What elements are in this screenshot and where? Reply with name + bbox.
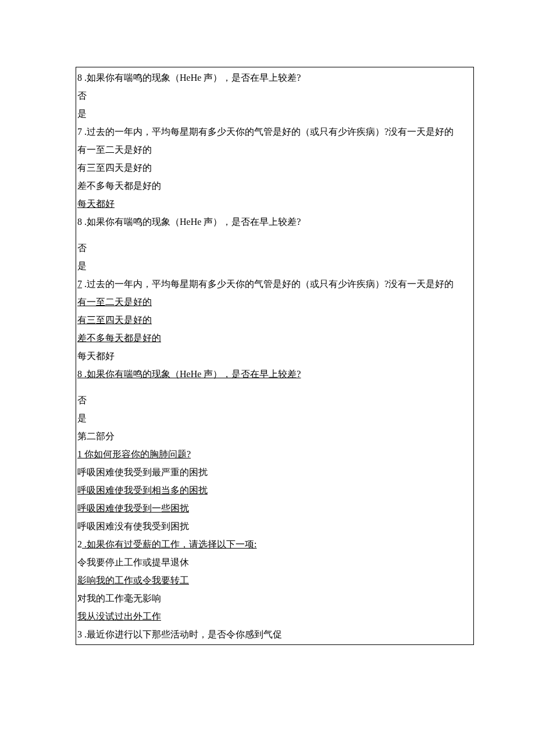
underlined-text: 有一至二天是好的 (77, 297, 152, 307)
option-yes: 是 (77, 409, 472, 427)
underlined-text: 每天都好 (77, 199, 115, 209)
option-3-4-days: 有三至四天是好的 (77, 159, 472, 177)
underlined-text: 1 你如何形容你的胸肺问题? (77, 449, 191, 459)
option-never-worked: 我从没试过出外工作 (77, 607, 472, 625)
q-number: 8 (77, 69, 82, 87)
q-number: 8 (77, 365, 82, 383)
option-yes: 是 (77, 257, 472, 275)
q-text: .如果你有喘鸣的现象（HeHe 声），是否在早上较差? (82, 73, 301, 83)
option-3-4-days: 有三至四天是好的 (77, 311, 472, 329)
underlined-text: 呼吸困难使我受到一些困扰 (77, 503, 189, 513)
q-text: .如果你有喘鸣的现象（HeHe 声），是否在早上较差? (82, 217, 301, 227)
option-stop-work: 令我要停止工作或提早退休 (77, 553, 472, 571)
option-yes: 是 (77, 105, 472, 123)
document-page: 8 .如果你有喘鸣的现象（HeHe 声），是否在早上较差? 否 是 7 .过去的… (0, 0, 535, 756)
underlined-text: 呼吸困难使我受到相当多的困扰 (77, 485, 208, 495)
question-8b: 8 .如果你有喘鸣的现象（HeHe 声），是否在早上较差? (77, 213, 472, 231)
section-2-header: 第二部分 (77, 427, 472, 445)
underlined-text: 我从没试过出外工作 (77, 611, 161, 621)
question-8c: 8 .如果你有喘鸣的现象（HeHe 声），是否在早上较差? (77, 365, 472, 383)
option-almost-every: 差不多每天都是好的 (77, 177, 472, 195)
question-1: 1 你如何形容你的胸肺问题? (77, 445, 472, 463)
underlined-text: 差不多每天都是好的 (77, 333, 161, 343)
option-every-day: 每天都好 (77, 347, 472, 365)
spacer (77, 383, 472, 391)
option-some: 呼吸困难使我受到一些困扰 (77, 499, 472, 517)
option-none: 呼吸困难没有使我受到困扰 (77, 517, 472, 535)
q-number: 3 (77, 625, 82, 643)
option-no-effect: 对我的工作毫无影响 (77, 589, 472, 607)
option-1-2-days: 有一至二天是好的 (77, 141, 472, 159)
question-3: 3 .最近你进行以下那些活动时，是否令你感到气促 (77, 625, 472, 643)
option-every-day: 每天都好 (77, 195, 472, 213)
question-7a: 7 .过去的一年内，平均每星期有多少天你的气管是好的（或只有少许疾病）?没有一天… (77, 123, 472, 141)
q-text: .如果你有喘鸣的现象（HeHe 声），是否在早上较差? (82, 369, 301, 379)
q-number: 7 (77, 275, 82, 293)
option-no: 否 (77, 391, 472, 409)
question-7b: 7 .过去的一年内，平均每星期有多少天你的气管是好的（或只有少许疾病）?没有一天… (77, 275, 472, 293)
q-text: .过去的一年内，平均每星期有多少天你的气管是好的（或只有少许疾病）?没有一天是好… (82, 127, 454, 137)
content-box: 8 .如果你有喘鸣的现象（HeHe 声），是否在早上较差? 否 是 7 .过去的… (76, 67, 474, 645)
question-8a: 8 .如果你有喘鸣的现象（HeHe 声），是否在早上较差? (77, 69, 472, 87)
underlined-text: 有三至四天是好的 (77, 315, 152, 325)
option-1-2-days: 有一至二天是好的 (77, 293, 472, 311)
q-number: 8 (77, 213, 82, 231)
q-text: .过去的一年内，平均每星期有多少天你的气管是好的（或只有少许疾病）?没有一天是好… (82, 279, 454, 289)
q-text: .如果你有过受薪的工作，请选择以下一项: (82, 539, 256, 549)
option-no: 否 (77, 239, 472, 257)
option-no: 否 (77, 87, 472, 105)
question-2: 2 .如果你有过受薪的工作，请选择以下一项: (77, 535, 472, 553)
spacer (77, 231, 472, 239)
underlined-text: 影响我的工作或令我要转工 (77, 575, 189, 585)
option-affect-work: 影响我的工作或令我要转工 (77, 571, 472, 589)
option-almost-every: 差不多每天都是好的 (77, 329, 472, 347)
q-text: .最近你进行以下那些活动时，是否令你感到气促 (82, 629, 282, 639)
option-quite-much: 呼吸困难使我受到相当多的困扰 (77, 481, 472, 499)
q-number: 2 (77, 535, 82, 553)
option-most-severe: 呼吸困难使我受到最严重的困扰 (77, 463, 472, 481)
q-number: 7 (77, 123, 82, 141)
